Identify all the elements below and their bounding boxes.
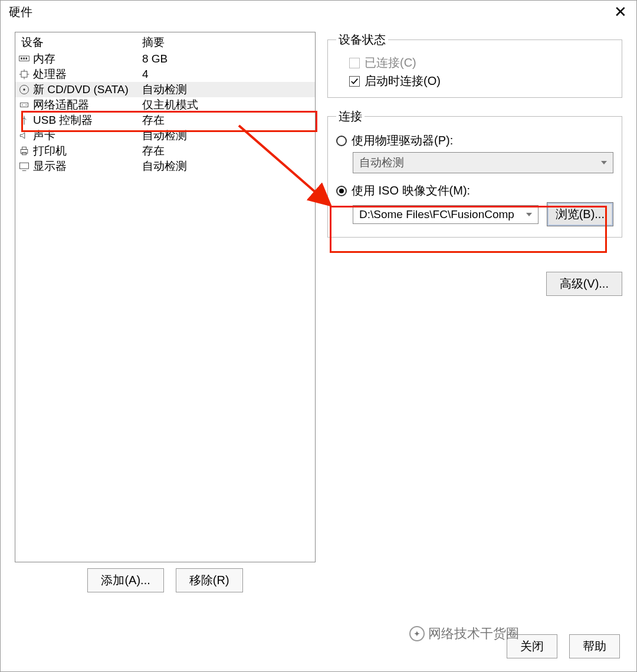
device-summary: 仅主机模式 <box>142 97 198 113</box>
device-name: 内存 <box>33 51 142 67</box>
network-icon <box>15 99 33 111</box>
close-icon[interactable]: ✕ <box>610 3 631 21</box>
svg-rect-2 <box>23 58 25 60</box>
watermark-text: 网络技术干货圈 <box>428 625 519 643</box>
radio-physical-row[interactable]: 使用物理驱动器(P): <box>336 133 613 149</box>
dialog-footer: 关闭 帮助 <box>1 634 636 671</box>
device-row-printer[interactable]: 打印机 存在 <box>15 143 315 159</box>
sound-icon <box>15 130 33 141</box>
device-summary: 存在 <box>142 113 165 128</box>
help-button[interactable]: 帮助 <box>569 634 620 658</box>
titlebar: 硬件 ✕ <box>1 1 636 22</box>
display-icon <box>15 160 33 172</box>
device-summary: 自动检测 <box>142 128 187 143</box>
device-summary: 自动检测 <box>142 82 187 97</box>
device-row-network[interactable]: 网络适配器 仅主机模式 <box>15 97 315 113</box>
radio-iso-label: 使用 ISO 映像文件(M): <box>352 183 470 199</box>
radio-physical-label: 使用物理驱动器(P): <box>352 133 453 149</box>
svg-rect-1 <box>21 58 22 60</box>
connect-on-power-row[interactable]: 启动时连接(O) <box>349 73 613 89</box>
cpu-icon <box>15 68 33 80</box>
device-status-group: 设备状态 已连接(C) 启动时连接(O) <box>327 32 622 98</box>
iso-path-combo[interactable]: D:\Some Files\FC\FusionComp <box>353 205 539 224</box>
device-summary: 自动检测 <box>142 159 187 174</box>
device-summary: 8 GB <box>142 52 168 65</box>
connect-on-power-label: 启动时连接(O) <box>365 73 441 89</box>
col-device-header: 设备 <box>15 35 142 50</box>
settings-panel: 设备状态 已连接(C) 启动时连接(O) 连接 使用物理驱动器(P): 自动检测 <box>327 32 622 622</box>
table-header: 设备 摘要 <box>15 32 315 51</box>
connection-group: 连接 使用物理驱动器(P): 自动检测 使用 ISO 映像文件(M): D:\S… <box>327 108 622 238</box>
device-panel: 设备 摘要 内存 8 GB 处理器 4 <box>15 32 316 622</box>
radio-iso[interactable] <box>336 186 347 196</box>
memory-icon <box>15 53 33 65</box>
device-row-display[interactable]: 显示器 自动检测 <box>15 159 315 174</box>
svg-point-10 <box>23 88 25 90</box>
connect-on-power-checkbox[interactable] <box>349 76 360 87</box>
device-name: 新 CD/DVD (SATA) <box>33 82 142 97</box>
device-row-usb[interactable]: USB 控制器 存在 <box>15 113 315 128</box>
disc-icon <box>15 84 33 95</box>
svg-rect-17 <box>20 163 29 169</box>
device-row-memory[interactable]: 内存 8 GB <box>15 51 315 67</box>
physical-drive-value: 自动检测 <box>359 155 404 170</box>
svg-rect-14 <box>21 150 28 154</box>
svg-rect-15 <box>22 147 27 149</box>
connected-label: 已连接(C) <box>365 55 416 71</box>
add-button[interactable]: 添加(A)... <box>87 568 163 592</box>
advanced-button[interactable]: 高级(V)... <box>546 272 622 296</box>
svg-rect-11 <box>20 103 28 107</box>
device-name: 声卡 <box>33 128 142 143</box>
device-summary: 存在 <box>142 143 165 159</box>
iso-path-value: D:\Some Files\FC\FusionComp <box>359 208 514 221</box>
device-name: 显示器 <box>33 159 142 174</box>
svg-rect-3 <box>26 58 28 60</box>
device-row-sound[interactable]: 声卡 自动检测 <box>15 128 315 143</box>
radio-iso-row[interactable]: 使用 ISO 映像文件(M): <box>336 183 613 199</box>
remove-button[interactable]: 移除(R) <box>176 568 243 592</box>
radio-physical[interactable] <box>336 136 347 146</box>
chevron-down-icon <box>601 161 607 164</box>
col-summary-header: 摘要 <box>142 35 165 50</box>
physical-drive-combo: 自动检测 <box>353 152 613 173</box>
hardware-dialog: 硬件 ✕ 设备 摘要 内存 8 GB 处理器 <box>0 0 637 672</box>
device-table: 设备 摘要 内存 8 GB 处理器 4 <box>15 32 316 562</box>
wechat-icon: ✦ <box>409 626 425 641</box>
device-name: 处理器 <box>33 67 142 82</box>
device-name: 网络适配器 <box>33 97 142 113</box>
device-name: 打印机 <box>33 143 142 159</box>
connected-checkbox-row: 已连接(C) <box>349 55 613 71</box>
window-title: 硬件 <box>9 4 32 20</box>
chevron-down-icon <box>526 213 532 216</box>
svg-point-13 <box>26 104 27 106</box>
device-name: USB 控制器 <box>33 113 142 128</box>
watermark: ✦ 网络技术干货圈 <box>409 625 519 643</box>
connection-legend: 连接 <box>336 108 365 124</box>
browse-button[interactable]: 浏览(B)... <box>547 202 613 226</box>
status-legend: 设备状态 <box>336 32 388 48</box>
svg-point-12 <box>22 104 23 106</box>
svg-rect-4 <box>21 71 27 77</box>
printer-icon <box>15 145 33 157</box>
device-summary: 4 <box>142 68 149 81</box>
connected-checkbox <box>349 58 360 68</box>
usb-icon <box>15 114 33 126</box>
device-row-cddvd[interactable]: 新 CD/DVD (SATA) 自动检测 <box>15 82 315 97</box>
device-row-cpu[interactable]: 处理器 4 <box>15 67 315 82</box>
